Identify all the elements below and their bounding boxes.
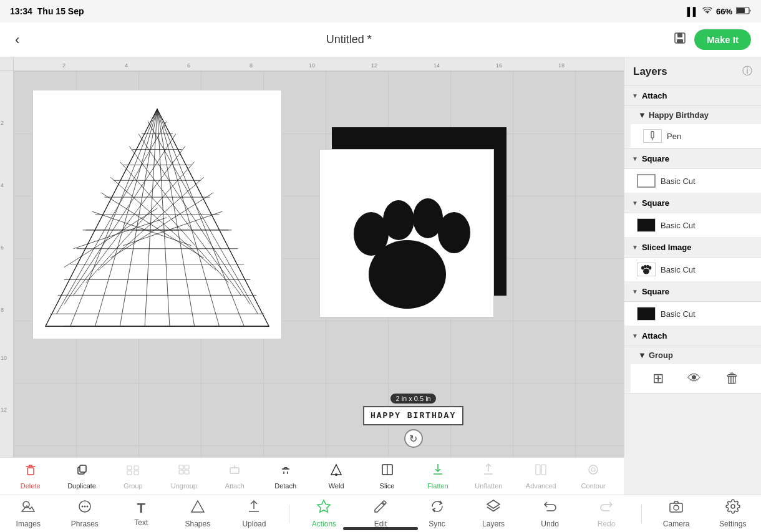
layers-panel-header: Layers ⓘ [624, 57, 761, 86]
layer-item-pen[interactable]: Pen [631, 124, 761, 148]
svg-point-60 [649, 266, 652, 270]
layer-group-square-2[interactable]: ▼ Square [624, 193, 761, 213]
svg-marker-101 [317, 500, 330, 512]
nav-sync[interactable]: Sync [415, 495, 459, 532]
toolbar-duplicate-label: Duplicate [67, 482, 96, 490]
layer-item-basiccut-black[interactable]: Basic Cut [624, 213, 761, 238]
nav-settings[interactable]: Settings [711, 495, 755, 532]
layer-group-attach-1[interactable]: ▼ Attach [624, 86, 761, 106]
layer-group-sliced[interactable]: ▼ Sliced Image [624, 238, 761, 258]
text-item-selected[interactable]: 2 in x 0.5 in HAPPY BIRTHDAY ↻ [363, 392, 463, 448]
layers-panel: Layers ⓘ ▼ Attach ▼ Happy Birthday [624, 57, 761, 457]
toolbar-attach[interactable]: Attach [218, 460, 251, 492]
nav-shapes[interactable]: Shapes [176, 495, 220, 532]
toolbar-ungroup-label: Ungroup [171, 482, 197, 490]
nav-text[interactable]: T Text [119, 496, 163, 531]
layer-subgroup-header[interactable]: ▼ Happy Birthday [631, 106, 761, 124]
back-button[interactable]: ‹ [10, 29, 24, 51]
svg-point-90 [589, 465, 598, 474]
layer-section-square-3: ▼ Square Basic Cut [624, 282, 761, 326]
layer-subgroup-group-header[interactable]: ▼ Group [631, 346, 761, 364]
nav-actions[interactable]: Actions [302, 495, 346, 532]
svg-rect-64 [80, 465, 86, 472]
svg-rect-66 [134, 466, 138, 470]
layer-group-square-1[interactable]: ▼ Square [624, 149, 761, 169]
layer-item-label-bc2: Basic Cut [661, 221, 696, 230]
toolbar-unflatten[interactable]: Unflatten [472, 460, 505, 492]
ruler-mark-6: 6 [187, 62, 190, 69]
toolbar-slice[interactable]: Slice [371, 460, 404, 492]
layer-subgroup-happybirthday: ▼ Happy Birthday Pen [624, 106, 761, 149]
toolbar-weld-label: Weld [329, 482, 344, 490]
layer-group-add-icon[interactable]: ⊞ [652, 370, 664, 387]
toolbar-group[interactable]: Group [117, 460, 149, 492]
ruler-mark-14: 14 [434, 62, 440, 69]
toolbar-delete[interactable]: Delete [14, 460, 47, 492]
svg-rect-68 [134, 471, 138, 475]
home-indicator [343, 527, 418, 530]
svg-line-15 [95, 109, 158, 326]
nav-layers[interactable]: Layers [472, 495, 515, 532]
save-button[interactable] [673, 31, 687, 48]
text-box[interactable]: HAPPY BIRTHDAY [363, 406, 463, 425]
svg-line-11 [157, 109, 195, 326]
status-bar-right: ▌▌ 66% [687, 7, 751, 16]
svg-line-40 [57, 122, 167, 314]
chevron-down-icon-sub: ▼ [638, 110, 646, 120]
delete-icon [24, 463, 37, 480]
svg-marker-102 [487, 500, 500, 508]
ruler-vertical: 2 4 6 8 10 12 [0, 71, 14, 457]
nav-redo[interactable]: Redo [584, 495, 628, 532]
advanced-icon [534, 463, 548, 480]
weld-icon [329, 463, 343, 480]
nav-undo-label: Undo [541, 520, 559, 528]
triangle-artwork[interactable] [32, 90, 282, 339]
svg-line-13 [145, 109, 157, 326]
nav-images[interactable]: Images [6, 495, 50, 532]
layer-group-square-3[interactable]: ▼ Square [624, 282, 761, 302]
svg-line-14 [120, 109, 157, 326]
rotate-handle[interactable]: ↻ [404, 429, 423, 448]
actions-icon [316, 499, 331, 518]
svg-point-95 [81, 506, 83, 508]
svg-rect-61 [27, 468, 34, 475]
toolbar-contour[interactable]: Contour [577, 460, 609, 492]
unflatten-icon [482, 463, 495, 480]
layer-item-basiccut-white[interactable]: Basic Cut [624, 169, 761, 193]
toolbar-ungroup[interactable]: Ungroup [168, 460, 200, 492]
paw-card[interactable] [319, 127, 513, 321]
svg-rect-4 [677, 39, 683, 43]
layer-thumb-black-2 [637, 307, 656, 321]
layer-thumb-paw [637, 263, 656, 276]
svg-rect-70 [185, 465, 189, 469]
toolbar-detach[interactable]: Detach [269, 460, 302, 492]
layer-item-basiccut-paw[interactable]: Basic Cut [624, 258, 761, 282]
nav-phrases[interactable]: Phrases [63, 495, 107, 532]
svg-rect-88 [541, 465, 546, 475]
toolbar-advanced[interactable]: Advanced [523, 460, 559, 492]
nav-upload[interactable]: Upload [232, 495, 276, 532]
nav-camera[interactable]: Camera [654, 495, 698, 532]
svg-rect-87 [536, 465, 540, 475]
svg-rect-1 [737, 8, 745, 13]
layer-thumb-black-1 [637, 218, 656, 232]
toolbar-flatten[interactable]: Flatten [422, 460, 454, 492]
toolbar-weld[interactable]: Weld [320, 460, 352, 492]
layers-panel-title: Layers [633, 65, 667, 78]
svg-point-57 [641, 266, 644, 270]
nav-upload-label: Upload [242, 520, 266, 528]
layer-group-delete-icon[interactable]: 🗑 [725, 370, 739, 387]
toolbar-duplicate[interactable]: Duplicate [65, 460, 99, 492]
text-icon: T [137, 500, 145, 516]
nav-undo[interactable]: Undo [528, 495, 572, 532]
layer-item-basiccut-black2[interactable]: Basic Cut [624, 302, 761, 326]
layer-group-attach-2[interactable]: ▼ Attach [624, 326, 761, 346]
toolbar-slice-label: Slice [380, 482, 395, 490]
info-icon[interactable]: ⓘ [742, 65, 752, 78]
svg-point-104 [674, 505, 679, 510]
canvas-area[interactable]: 2 in x 0.5 in HAPPY BIRTHDAY ↻ [14, 71, 624, 457]
group-icon [126, 463, 140, 480]
flatten-icon [431, 463, 445, 480]
make-it-button[interactable]: Make It [694, 29, 751, 50]
layer-group-eye-icon[interactable]: 👁 [687, 370, 701, 387]
